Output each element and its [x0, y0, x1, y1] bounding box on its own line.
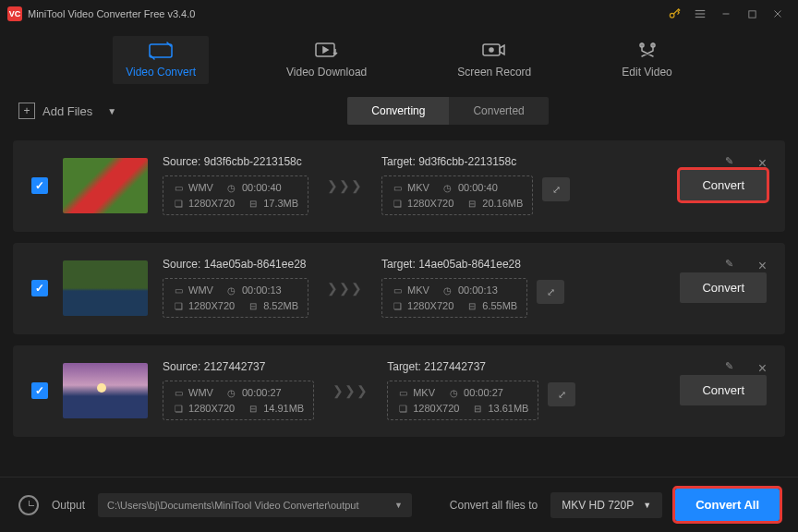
titlebar: VC MiniTool Video Converter Free v3.4.0	[0, 0, 798, 28]
svg-point-0	[670, 13, 674, 18]
file-checkbox[interactable]: ✓	[31, 280, 48, 296]
source-meta: ▭WMV ◷00:00:13 ❏1280X720 ⊟8.52MB	[163, 278, 308, 318]
target-settings-button[interactable]: ⤢	[548, 382, 575, 406]
video-convert-icon	[148, 42, 174, 60]
video-download-icon	[314, 42, 340, 60]
target-settings-button[interactable]: ⤢	[542, 177, 570, 201]
chevron-down-icon: ▼	[394, 501, 403, 510]
chevron-down-icon: ▼	[643, 501, 651, 510]
source-label: Source: 9d3f6cbb-2213158c	[163, 155, 308, 168]
chevron-down-icon: ▼	[107, 106, 116, 116]
edit-icon[interactable]: ✎	[725, 155, 733, 167]
target-label: Target: 2127442737	[387, 360, 538, 373]
target-meta: ▭MKV ◷00:00:27 ❏1280X720 ⊟13.61MB	[387, 381, 538, 420]
convert-button[interactable]: Convert	[680, 375, 767, 405]
tab-screen-record[interactable]: Screen Record	[444, 36, 544, 84]
minimize-icon[interactable]	[713, 1, 739, 27]
upgrade-icon[interactable]	[661, 1, 687, 27]
file-card: ✓ Source: 2127442737 ▭WMV ◷00:00:27 ❏128…	[13, 345, 785, 437]
target-meta: ▭MKV ◷00:00:13 ❏1280X720 ⊟6.55MB	[381, 278, 527, 318]
file-list: ✓ Source: 9d3f6cbb-2213158c ▭WMV ◷00:00:…	[0, 129, 798, 499]
file-card: ✓ Source: 14ae05ab-8641ee28 ▭WMV ◷00:00:…	[13, 243, 785, 334]
output-label: Output	[52, 499, 85, 512]
tab-video-convert[interactable]: Video Convert	[113, 36, 209, 84]
source-meta: ▭WMV ◷00:00:40 ❏1280X720 ⊟17.3MB	[163, 175, 308, 215]
arrows-icon: ❯❯❯	[327, 281, 363, 296]
target-label: Target: 9d3f6cbb-2213158c	[381, 155, 533, 168]
svg-marker-10	[323, 47, 328, 53]
svg-point-12	[490, 48, 493, 52]
maximize-icon[interactable]	[739, 1, 765, 27]
screen-record-icon	[481, 42, 507, 60]
convert-button[interactable]: Convert	[680, 170, 767, 200]
output-path-select[interactable]: C:\Users\bj\Documents\MiniTool Video Con…	[98, 493, 412, 517]
menu-icon[interactable]	[687, 1, 713, 27]
plus-icon: +	[18, 103, 35, 119]
video-thumbnail	[63, 363, 148, 418]
edit-video-icon	[635, 42, 660, 60]
file-checkbox[interactable]: ✓	[31, 177, 48, 194]
main-tabs: Video Convert Video Download Screen Reco…	[0, 28, 798, 92]
app-title: MiniTool Video Converter Free v3.4.0	[28, 8, 195, 19]
target-meta: ▭MKV ◷00:00:40 ❏1280X720 ⊟20.16MB	[381, 175, 533, 215]
svg-rect-5	[748, 10, 755, 17]
format-icon: ▭	[173, 183, 184, 193]
source-label: Source: 14ae05ab-8641ee28	[163, 258, 308, 271]
remove-file-icon[interactable]: ×	[758, 258, 767, 274]
svg-rect-8	[150, 44, 172, 57]
resolution-icon: ❏	[173, 199, 184, 209]
schedule-icon[interactable]	[18, 495, 39, 515]
toolbar: + Add Files ▼ Converting Converted	[0, 92, 798, 129]
tab-converting[interactable]: Converting	[347, 97, 449, 125]
tab-video-download[interactable]: Video Download	[273, 36, 380, 84]
arrows-icon: ❯❯❯	[327, 178, 363, 193]
bottom-bar: Output C:\Users\bj\Documents\MiniTool Vi…	[0, 477, 798, 532]
add-files-label: Add Files	[42, 104, 92, 118]
tab-label: Video Download	[286, 66, 367, 79]
arrows-icon: ❯❯❯	[332, 383, 369, 398]
output-format-select[interactable]: MKV HD 720P ▼	[550, 492, 662, 518]
tab-label: Screen Record	[457, 66, 531, 79]
edit-icon[interactable]: ✎	[725, 360, 733, 372]
file-card: ✓ Source: 9d3f6cbb-2213158c ▭WMV ◷00:00:…	[13, 140, 785, 232]
tab-converted[interactable]: Converted	[449, 97, 548, 125]
convert-all-button[interactable]: Convert All	[675, 489, 780, 521]
convert-button[interactable]: Convert	[680, 272, 767, 303]
video-thumbnail	[63, 260, 148, 316]
clock-icon: ◷	[226, 183, 237, 193]
convert-all-label: Convert all files to	[450, 499, 538, 512]
source-label: Source: 2127442737	[163, 360, 314, 373]
target-settings-button[interactable]: ⤢	[537, 280, 564, 304]
edit-icon[interactable]: ✎	[725, 258, 733, 270]
target-label: Target: 14ae05ab-8641ee28	[381, 258, 527, 271]
add-files-button[interactable]: + Add Files ▼	[18, 103, 116, 119]
size-icon: ⊟	[248, 199, 259, 209]
close-icon[interactable]	[765, 1, 791, 27]
tab-edit-video[interactable]: Edit Video	[609, 36, 685, 84]
source-meta: ▭WMV ◷00:00:27 ❏1280X720 ⊟14.91MB	[163, 381, 314, 420]
tab-label: Video Convert	[126, 66, 196, 79]
app-logo: VC	[7, 6, 22, 21]
remove-file-icon[interactable]: ×	[758, 155, 767, 172]
tab-label: Edit Video	[622, 66, 672, 79]
remove-file-icon[interactable]: ×	[758, 360, 767, 377]
sub-tabs: Converting Converted	[347, 97, 548, 125]
video-thumbnail	[63, 158, 148, 213]
file-checkbox[interactable]: ✓	[31, 382, 48, 399]
